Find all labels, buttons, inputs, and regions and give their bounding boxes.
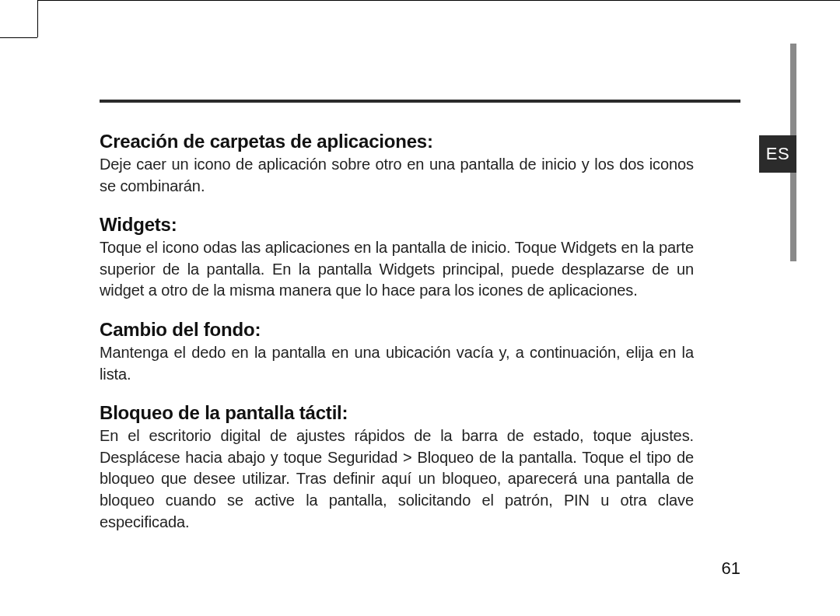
section-body: Toque el icono odas las aplicaciones en … (100, 237, 694, 302)
section-heading: Cambio del fondo: (100, 319, 694, 341)
header-rule (100, 100, 740, 103)
document-page: ES Creación de carpetas de aplicaciones:… (0, 0, 840, 616)
crop-mark-left-h (0, 37, 37, 38)
crop-mark-top (37, 0, 840, 1)
language-tab: ES (759, 135, 796, 173)
section-heading: Creación de carpetas de aplicaciones: (100, 131, 694, 152)
section-body: Mantenga el dedo en la pantalla en una u… (100, 342, 694, 385)
language-code: ES (766, 144, 789, 164)
crop-mark-left-v (37, 0, 38, 37)
section-heading: Widgets: (100, 214, 694, 236)
page-number: 61 (722, 558, 740, 579)
section-body: En el escritorio digital de ajustes rápi… (100, 425, 694, 533)
content-column: Creación de carpetas de aplicaciones: De… (100, 131, 694, 533)
section-body: Deje caer un icono de aplicación sobre o… (100, 154, 694, 197)
section-heading: Bloqueo de la pantalla táctil: (100, 402, 694, 424)
